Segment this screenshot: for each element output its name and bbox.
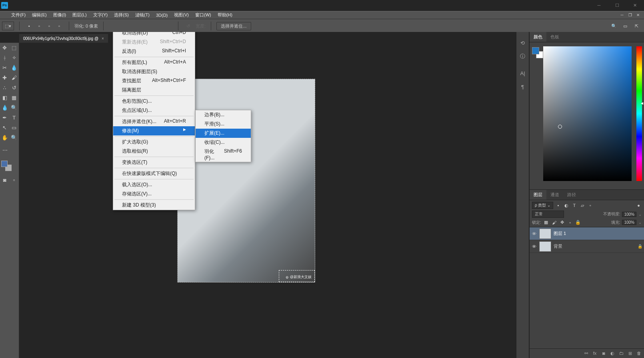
- hue-slider[interactable]: [636, 46, 642, 181]
- submenu-item[interactable]: 羽化(F)...Shift+F6: [196, 147, 251, 162]
- doc-minimize[interactable]: ─: [618, 12, 626, 18]
- menu-item[interactable]: 存储选区(V)...: [113, 189, 195, 199]
- marquee-tool-icon[interactable]: ⬚: [10, 43, 19, 53]
- adjustment-layer-icon[interactable]: ◐: [610, 351, 615, 356]
- maximize-button[interactable]: ☐: [608, 0, 626, 11]
- subtract-selection-icon[interactable]: ▫: [45, 22, 54, 30]
- menu-item[interactable]: 扩大选取(G): [113, 137, 195, 147]
- close-button[interactable]: ✕: [626, 0, 644, 11]
- layer-group-icon[interactable]: 🗀: [618, 351, 624, 356]
- menu-item[interactable]: 选择并遮住(K)...Alt+Ctrl+R: [113, 117, 195, 126]
- brush-tool-icon[interactable]: 🖌: [10, 73, 19, 83]
- menu-view[interactable]: 视图(V): [171, 12, 192, 19]
- crop-tool-icon[interactable]: ✂: [0, 63, 10, 73]
- document-tab[interactable]: 006UPx94ly1gr9q72vvhqj30c80ict9j.jpg @ ×: [19, 34, 108, 43]
- lock-paint-icon[interactable]: 🖌: [551, 219, 557, 225]
- delete-layer-icon[interactable]: 🗑: [636, 351, 642, 356]
- menu-item[interactable]: 取消选择(D)Ctrl+D: [113, 32, 195, 38]
- menu-item[interactable]: 查找图层Alt+Shift+Ctrl+F: [113, 76, 195, 86]
- properties-panel-icon[interactable]: ⓘ: [516, 50, 529, 63]
- color-swatches[interactable]: [0, 159, 19, 175]
- canvas-image[interactable]: ⊚ @新浪大文娱: [177, 79, 315, 282]
- filter-adjust-icon[interactable]: ◐: [563, 203, 569, 209]
- menu-item[interactable]: 所有图层(L)Alt+Ctrl+A: [113, 58, 195, 67]
- new-layer-icon[interactable]: ⊞: [627, 351, 633, 356]
- path-tool-icon[interactable]: ↖: [0, 123, 10, 133]
- gradient-tool-icon[interactable]: ▦: [10, 93, 19, 103]
- menu-item[interactable]: 焦点区域(U)...: [113, 106, 195, 115]
- menu-item[interactable]: 修改(M)▶: [113, 126, 195, 135]
- filter-shape-icon[interactable]: ▱: [579, 203, 585, 209]
- cp-fg-swatch[interactable]: [532, 47, 539, 54]
- add-selection-icon[interactable]: ▫: [35, 22, 44, 30]
- edit-toolbar-icon[interactable]: ⋯: [0, 145, 10, 155]
- tab-paths[interactable]: 路径: [563, 190, 580, 200]
- layer-thumbnail[interactable]: [539, 241, 551, 252]
- hand-tool-icon[interactable]: ✋: [0, 133, 10, 143]
- menu-edit[interactable]: 编辑(E): [29, 12, 50, 19]
- intersect-selection-icon[interactable]: ▫: [55, 22, 64, 30]
- screenmode-icon[interactable]: ▫: [10, 175, 19, 185]
- shape-tool-icon[interactable]: ▭: [10, 123, 19, 133]
- menu-item[interactable]: 载入选区(O)...: [113, 180, 195, 189]
- menu-item[interactable]: 新建 3D 模型(3): [113, 201, 195, 210]
- visibility-icon[interactable]: 👁: [531, 231, 537, 236]
- lasso-tool-icon[interactable]: ⟊: [0, 53, 10, 63]
- layer-mask-icon[interactable]: ◙: [601, 351, 606, 356]
- layer-name[interactable]: 背景: [554, 243, 635, 249]
- menu-help[interactable]: 帮助(H): [214, 12, 236, 19]
- filter-toggle-icon[interactable]: ●: [636, 203, 642, 209]
- layer-name[interactable]: 图层 1: [554, 231, 642, 237]
- menu-item[interactable]: 变换选区(T): [113, 158, 195, 167]
- tool-preset-icon[interactable]: ⬚▾: [2, 22, 14, 30]
- heal-tool-icon[interactable]: ✚: [0, 73, 10, 83]
- visibility-icon[interactable]: 👁: [531, 244, 537, 249]
- blur-tool-icon[interactable]: 💧: [0, 103, 10, 113]
- tab-channels[interactable]: 通道: [546, 190, 563, 200]
- layer-row[interactable]: 👁 背景 🔒: [530, 240, 644, 253]
- stamp-tool-icon[interactable]: ⛬: [0, 83, 10, 93]
- doc-close[interactable]: ✕: [634, 12, 642, 18]
- tab-color[interactable]: 颜色: [530, 32, 546, 42]
- menu-layer[interactable]: 图层(L): [69, 12, 90, 19]
- search-icon[interactable]: 🔍: [610, 22, 618, 30]
- color-field[interactable]: [543, 46, 632, 181]
- pen-tool-icon[interactable]: ✒: [0, 113, 10, 123]
- menu-item[interactable]: 取消选择图层(S): [113, 67, 195, 76]
- refine-icon[interactable]: ↺: [184, 22, 192, 30]
- menu-image[interactable]: 图像(I): [50, 12, 69, 19]
- history-panel-icon[interactable]: ⟲: [516, 36, 529, 50]
- menu-type[interactable]: 文字(Y): [90, 12, 111, 19]
- lock-all-icon[interactable]: 🔒: [575, 219, 581, 225]
- paragraph-panel-icon[interactable]: ¶: [516, 80, 529, 93]
- menu-filter[interactable]: 滤镜(T): [132, 12, 153, 19]
- quickmask-icon[interactable]: ◙: [0, 175, 10, 185]
- menu-select[interactable]: 选择(S): [111, 12, 132, 19]
- fill-value[interactable]: 100%: [622, 220, 636, 225]
- menu-item[interactable]: 选取相似(R): [113, 147, 195, 156]
- doc-restore[interactable]: ❐: [626, 12, 634, 18]
- select-and-mask-button[interactable]: 选择并遮住...: [216, 22, 251, 30]
- history-brush-icon[interactable]: ↺: [10, 83, 19, 93]
- layer-fx-icon[interactable]: fx: [592, 351, 598, 356]
- link-layers-icon[interactable]: ⚯: [583, 351, 589, 356]
- opacity-value[interactable]: 100%: [622, 212, 636, 217]
- character-panel-icon[interactable]: A|: [516, 66, 529, 80]
- submenu-item[interactable]: 边界(B)...: [196, 110, 251, 119]
- menu-item[interactable]: 反选(I)Shift+Ctrl+I: [113, 47, 195, 56]
- dodge-tool-icon[interactable]: 🔍: [10, 103, 19, 113]
- tab-swatches[interactable]: 色板: [546, 32, 563, 42]
- eraser-tool-icon[interactable]: ◧: [0, 93, 10, 103]
- filter-pixel-icon[interactable]: ▪: [555, 203, 561, 209]
- layer-row[interactable]: 👁 图层 1: [530, 227, 644, 240]
- submenu-item[interactable]: 收缩(C)...: [196, 138, 251, 147]
- filter-smart-icon[interactable]: ▫: [587, 203, 593, 209]
- type-tool-icon[interactable]: T: [10, 113, 19, 123]
- layer-thumbnail[interactable]: [539, 229, 551, 239]
- tab-layers[interactable]: 图层: [530, 190, 546, 200]
- canvas-area[interactable]: 006UPx94ly1gr9q72vvhqj30c80ict9j.jpg @ ×…: [19, 32, 516, 358]
- lock-artboard-icon[interactable]: ▫: [567, 219, 573, 225]
- new-selection-icon[interactable]: ▪: [25, 22, 34, 30]
- lock-position-icon[interactable]: ✥: [559, 219, 565, 225]
- zoom-tool-icon[interactable]: 🔍: [10, 133, 19, 143]
